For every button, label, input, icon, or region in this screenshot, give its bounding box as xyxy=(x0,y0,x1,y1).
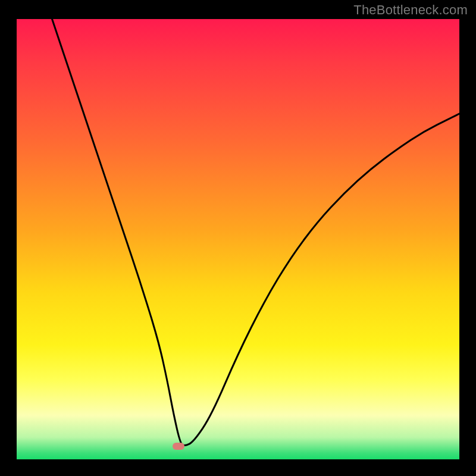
optimum-marker xyxy=(173,443,184,450)
attribution-text: TheBottleneck.com xyxy=(353,2,468,18)
plot-area xyxy=(17,19,459,459)
chart-container: TheBottleneck.com xyxy=(0,0,476,476)
bottleneck-curve xyxy=(17,19,459,459)
